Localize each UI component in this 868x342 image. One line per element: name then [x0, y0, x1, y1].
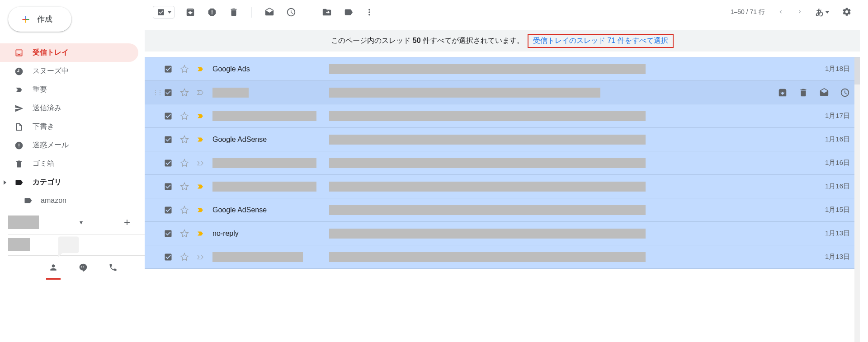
star-icon[interactable]	[180, 112, 189, 121]
importance-marker-icon[interactable]	[196, 65, 204, 73]
checkbox-checked-icon	[157, 8, 165, 16]
next-page-button[interactable]	[797, 9, 803, 16]
hangouts-chats-tab[interactable]	[79, 263, 88, 273]
star-icon[interactable]	[180, 65, 189, 74]
checkbox-checked-icon[interactable]	[164, 135, 173, 144]
checkbox-checked-icon[interactable]	[164, 112, 173, 121]
select-all-conversations-link[interactable]: 受信トレイのスレッド 71 件をすべて選択	[528, 34, 674, 48]
importance-marker-icon[interactable]	[196, 112, 204, 120]
important-icon	[14, 85, 24, 94]
mark-read-icon[interactable]	[819, 88, 829, 98]
more-icon[interactable]	[364, 7, 374, 17]
sidebar-item-label: ゴミ箱	[33, 159, 54, 169]
checkbox-checked-icon[interactable]	[164, 182, 173, 191]
settings-button[interactable]	[842, 7, 852, 18]
star-icon[interactable]	[180, 253, 189, 262]
compose-label: 作成	[37, 14, 52, 24]
importance-marker-icon[interactable]	[196, 230, 204, 238]
importance-marker-icon[interactable]	[196, 136, 204, 144]
star-icon[interactable]	[180, 135, 189, 144]
phone-icon	[108, 263, 118, 272]
mail-date: 1月13日	[809, 253, 850, 261]
importance-marker-icon[interactable]	[196, 206, 204, 214]
importance-marker-icon[interactable]	[196, 159, 204, 167]
hangouts-contacts-tab[interactable]	[49, 263, 58, 273]
checkbox-checked-icon[interactable]	[164, 229, 173, 238]
inbox-icon	[14, 48, 24, 57]
importance-marker-icon[interactable]	[196, 253, 204, 261]
subject-redacted	[329, 158, 809, 168]
mail-list: ⋮⋮Google Ads1月18日⋮⋮⋮⋮1月17日⋮⋮Google AdSen…	[145, 57, 860, 342]
sender: Google AdSense	[212, 136, 329, 144]
mail-row[interactable]: ⋮⋮	[145, 81, 860, 104]
sidebar-nav: 受信トレイ スヌーズ中 重要 送信済み 下書き 迷惑メール ゴミ箱	[0, 43, 145, 210]
sidebar-item-categories[interactable]: カテゴリ	[0, 173, 138, 192]
delete-icon[interactable]	[229, 7, 239, 17]
subject-redacted	[329, 229, 809, 239]
compose-button[interactable]: 作成	[8, 7, 71, 32]
mail-row[interactable]: ⋮⋮1月16日	[145, 151, 860, 175]
snooze-icon[interactable]	[840, 88, 850, 98]
star-icon[interactable]	[180, 229, 189, 238]
mail-row[interactable]: ⋮⋮no-reply1月13日	[145, 222, 860, 245]
caret-right-icon	[4, 180, 6, 185]
sidebar-item-label-amazon[interactable]: amazon	[0, 192, 138, 210]
mail-row[interactable]: ⋮⋮Google AdSense1月15日	[145, 198, 860, 222]
checkbox-checked-icon[interactable]	[164, 88, 173, 97]
label-icon	[24, 196, 33, 205]
sidebar-item-drafts[interactable]: 下書き	[0, 117, 138, 136]
hangouts-icon	[79, 263, 88, 272]
checkbox-checked-icon[interactable]	[164, 159, 173, 168]
star-icon[interactable]	[180, 159, 189, 168]
archive-icon[interactable]	[185, 7, 195, 17]
input-tools-button[interactable]: あ	[816, 7, 829, 18]
toolbar: 1–50 / 71 行 あ	[145, 0, 860, 24]
chat-item-redacted	[8, 238, 30, 251]
star-icon[interactable]	[180, 182, 189, 191]
sidebar-item-label: 重要	[33, 85, 47, 94]
sender-redacted	[212, 182, 329, 192]
mail-row[interactable]: ⋮⋮1月17日	[145, 104, 860, 128]
star-icon[interactable]	[180, 206, 189, 215]
mail-row[interactable]: ⋮⋮1月16日	[145, 175, 860, 198]
archive-icon[interactable]	[778, 88, 788, 98]
checkbox-checked-icon[interactable]	[164, 253, 173, 262]
move-to-icon[interactable]	[322, 7, 332, 17]
hangouts-panel: ▾ +	[0, 213, 145, 273]
scrollbar[interactable]	[854, 57, 860, 342]
person-icon	[49, 263, 58, 272]
mail-row[interactable]: ⋮⋮Google Ads1月18日	[145, 57, 860, 81]
sidebar-item-trash[interactable]: ゴミ箱	[0, 155, 138, 173]
mail-row[interactable]: ⋮⋮1月13日	[145, 245, 860, 269]
sender-redacted	[212, 252, 329, 262]
banner-text: このページ内のスレッド	[331, 37, 412, 44]
mail-row[interactable]: ⋮⋮Google AdSense1月16日	[145, 128, 860, 151]
sidebar-item-snoozed[interactable]: スヌーズ中	[0, 62, 138, 80]
star-icon[interactable]	[180, 88, 189, 97]
sidebar-item-spam[interactable]: 迷惑メール	[0, 136, 138, 155]
checkbox-checked-icon[interactable]	[164, 206, 173, 215]
mark-read-icon[interactable]	[264, 7, 274, 17]
prev-page-button[interactable]	[778, 9, 784, 16]
report-spam-icon[interactable]	[207, 7, 217, 17]
labels-icon[interactable]	[344, 7, 354, 17]
drag-handle-icon[interactable]: ⋮⋮	[153, 89, 162, 96]
sidebar-item-inbox[interactable]: 受信トレイ	[0, 43, 138, 62]
caret-down-icon	[168, 11, 171, 14]
snooze-icon[interactable]	[286, 7, 296, 17]
page-indicator: 1–50 / 71 行	[731, 8, 765, 16]
delete-icon[interactable]	[798, 88, 808, 98]
chevron-down-icon[interactable]: ▾	[80, 219, 83, 226]
main-panel: 1–50 / 71 行 あ このページ内のスレッド 50 件すべてが選択されてい…	[145, 0, 868, 342]
select-all-dropdown[interactable]	[153, 6, 175, 19]
sidebar-item-sent[interactable]: 送信済み	[0, 99, 138, 117]
hangouts-calls-tab[interactable]	[108, 263, 118, 273]
importance-marker-icon[interactable]	[196, 89, 204, 97]
mail-date: 1月15日	[809, 206, 850, 214]
importance-marker-icon[interactable]	[196, 183, 204, 191]
new-chat-button[interactable]: +	[124, 216, 130, 229]
sender-redacted	[212, 158, 329, 168]
sidebar-item-important[interactable]: 重要	[0, 80, 138, 99]
sidebar: 作成 受信トレイ スヌーズ中 重要 送信済み 下書き 迷惑メール ゴミ箱	[0, 0, 145, 342]
checkbox-checked-icon[interactable]	[164, 65, 173, 74]
